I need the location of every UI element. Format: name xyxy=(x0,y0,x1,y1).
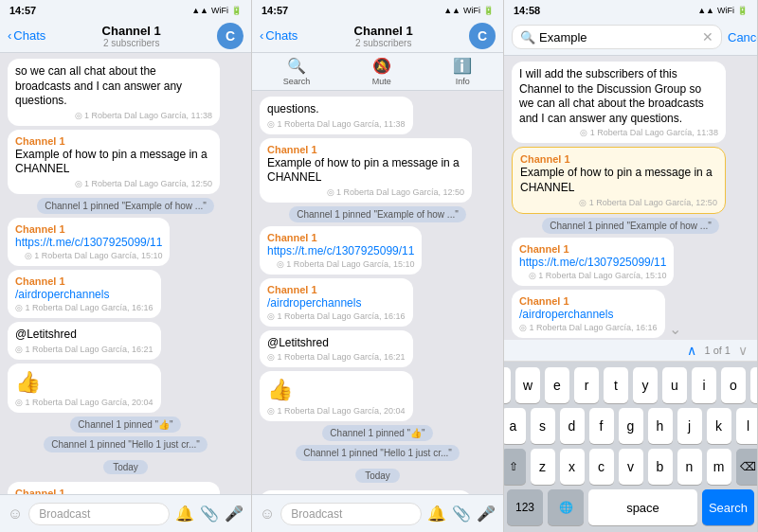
message-bubble[interactable]: 👍◎ 1 Roberta Dal Lago García, 20:04 xyxy=(260,371,413,421)
message-bubble[interactable]: Channel 1Example of how to pin a message… xyxy=(260,138,472,203)
message-bubble[interactable]: @Letitshred◎ 1 Roberta Dal Lago García, … xyxy=(260,330,413,368)
message-text: https://t.me/c/1307925099/11 xyxy=(519,256,666,269)
space-key[interactable]: space xyxy=(588,489,697,525)
key-x[interactable]: x xyxy=(560,449,585,485)
message-bubble[interactable]: Channel 1Example of how to pin a message… xyxy=(8,130,220,194)
message-text: https://t.me/c/1307925099/11 xyxy=(15,236,162,249)
message-bubble[interactable]: Channel 1The EYE ICON is in the bottom o… xyxy=(8,482,220,494)
messages-area-1: so we can all chat about the broadcasts … xyxy=(0,53,251,494)
message-bubble[interactable]: Channel 1Example of how to pin a message… xyxy=(512,147,726,213)
broadcast-input-2[interactable]: Broadcast xyxy=(280,503,422,525)
status-bar-2: 14:57 ▲▲ WiFi 🔋 xyxy=(252,0,503,19)
key-l[interactable]: l xyxy=(736,408,759,444)
search-input-wrap[interactable]: 🔍 ✕ xyxy=(512,25,722,49)
status-bar-3: 14:58 ▲▲ WiFi 🔋 xyxy=(504,0,757,19)
message-bubble[interactable]: 👍◎ 1 Roberta Dal Lago García, 20:04 xyxy=(8,364,161,414)
attach-icon-2[interactable]: 📎 xyxy=(452,505,471,523)
key-a[interactable]: a xyxy=(504,408,526,444)
message-bubble[interactable]: questions.◎ 1 Roberta Dal Lago García, 1… xyxy=(260,97,413,134)
key-w[interactable]: w xyxy=(515,367,540,403)
message-bubble[interactable]: Channel 1/airdroperchannels◎ 1 Roberta D… xyxy=(512,290,665,338)
back-button-2[interactable]: ‹ Chats xyxy=(260,28,298,43)
message-text: Example of how to pin a message in a CHA… xyxy=(267,156,464,186)
key-p[interactable]: p xyxy=(750,367,758,403)
delete-key[interactable]: ⌫ xyxy=(736,449,759,485)
chevron-up-icon[interactable]: ∧ xyxy=(687,343,696,358)
message-meta: ◎ 1 Roberta Dal Lago García, 15:10 xyxy=(15,251,162,260)
status-icons-1: ▲▲ WiFi 🔋 xyxy=(191,6,242,15)
shift-key[interactable]: ⇧ xyxy=(504,449,526,485)
globe-key[interactable]: 🌐 xyxy=(548,489,584,525)
message-text: questions. xyxy=(267,102,406,117)
broadcast-input-1[interactable]: Broadcast xyxy=(28,503,170,525)
message-bubble[interactable]: Channel 1/airdroperchannels◎ 1 Roberta D… xyxy=(260,278,413,327)
system-message: Channel 1 pinned "Hello 1 just cr..." xyxy=(44,436,208,452)
message-meta: ◎ 1 Roberta Dal Lago García, 12:50 xyxy=(15,179,212,188)
bell-icon-2[interactable]: 🔔 xyxy=(427,505,446,523)
channel-label: Channel 1 xyxy=(519,243,666,255)
info-icon: ℹ️ xyxy=(453,57,472,75)
message-meta: ◎ 1 Roberta Dal Lago García, 20:04 xyxy=(15,398,153,407)
message-bubble[interactable]: Channel 1https://t.me/c/1307925099/11◎ 1… xyxy=(512,238,674,286)
mute-tool[interactable]: 🔕Mute xyxy=(372,57,391,86)
messages-area-2: questions.◎ 1 Roberta Dal Lago García, 1… xyxy=(252,91,503,494)
key-z[interactable]: z xyxy=(531,449,555,485)
key-v[interactable]: v xyxy=(619,449,643,485)
num-key[interactable]: 123 xyxy=(507,489,543,525)
message-text: @Letitshred xyxy=(15,328,153,343)
key-f[interactable]: f xyxy=(589,408,614,444)
key-j[interactable]: j xyxy=(677,408,702,444)
message-meta: ◎ 1 Roberta Dal Lago García, 16:16 xyxy=(519,323,658,332)
key-e[interactable]: e xyxy=(545,367,569,403)
key-h[interactable]: h xyxy=(648,408,673,444)
message-text: I will add the subscribers of this Chann… xyxy=(519,67,718,126)
key-u[interactable]: u xyxy=(662,367,687,403)
key-k[interactable]: k xyxy=(707,408,731,444)
channel-label: Channel 1 xyxy=(15,488,212,494)
key-c[interactable]: c xyxy=(589,449,614,485)
message-text: /airdroperchannels xyxy=(519,308,658,321)
search-key[interactable]: Search xyxy=(702,489,754,525)
channel-label: Channel 1 xyxy=(15,135,212,147)
message-text: Example of how to pin a message in a CHA… xyxy=(520,166,717,195)
key-s[interactable]: s xyxy=(531,408,555,444)
message-bubble[interactable]: Channel 1/airdroperchannels◎ 1 Roberta D… xyxy=(8,270,161,318)
message-meta: ◎ 1 Roberta Dal Lago García, 12:50 xyxy=(520,198,717,207)
key-d[interactable]: d xyxy=(560,408,585,444)
info-tool[interactable]: ℹ️Info xyxy=(453,57,472,86)
key-y[interactable]: y xyxy=(633,367,658,403)
back-button-1[interactable]: ‹ Chats xyxy=(8,28,45,43)
message-bubble[interactable]: Channel 1https://t.me/c/1307925099/11◎ 1… xyxy=(260,226,422,275)
dropdown-icon[interactable]: ⌄ xyxy=(669,320,681,338)
emoji-icon-2[interactable]: ☺ xyxy=(260,505,275,523)
search-clear-icon[interactable]: ✕ xyxy=(702,29,713,44)
key-t[interactable]: t xyxy=(604,367,628,403)
attach-icon-1[interactable]: 📎 xyxy=(200,505,219,523)
search-input[interactable] xyxy=(539,30,698,44)
message-bubble[interactable]: Channel 1The EYE ICON is in the bottom o… xyxy=(260,490,472,494)
emoji-icon-1[interactable]: ☺ xyxy=(8,505,23,523)
cancel-button[interactable]: Cancel xyxy=(728,30,758,44)
key-m[interactable]: m xyxy=(707,449,731,485)
mic-icon-2[interactable]: 🎤 xyxy=(477,505,496,523)
bell-icon-1[interactable]: 🔔 xyxy=(175,505,194,523)
key-q[interactable]: q xyxy=(504,367,511,403)
mic-icon-1[interactable]: 🎤 xyxy=(225,505,244,523)
message-bubble[interactable]: I will add the subscribers of this Chann… xyxy=(512,62,726,143)
message-text: https://t.me/c/1307925099/11 xyxy=(267,244,414,257)
message-meta: ◎ 1 Roberta Dal Lago García, 15:10 xyxy=(519,271,666,280)
channel-label: Channel 1 xyxy=(267,144,464,155)
message-bubble[interactable]: Channel 1https://t.me/c/1307925099/11◎ 1… xyxy=(8,218,170,266)
chevron-down-icon[interactable]: ∨ xyxy=(738,343,748,358)
panel-1: 14:57 ▲▲ WiFi 🔋 ‹ Chats Channel 1 2 subs… xyxy=(0,0,252,532)
message-bubble[interactable]: so we can all chat about the broadcasts … xyxy=(8,59,220,126)
key-i[interactable]: i xyxy=(692,367,716,403)
key-b[interactable]: b xyxy=(648,449,673,485)
search-tool[interactable]: 🔍Search xyxy=(283,57,311,86)
key-n[interactable]: n xyxy=(677,449,702,485)
system-message: Channel 1 pinned "Hello 1 just cr..." xyxy=(296,445,460,461)
key-r[interactable]: r xyxy=(574,367,599,403)
key-g[interactable]: g xyxy=(619,408,643,444)
key-o[interactable]: o xyxy=(721,367,746,403)
message-bubble[interactable]: @Letitshred◎ 1 Roberta Dal Lago García, … xyxy=(8,322,161,360)
